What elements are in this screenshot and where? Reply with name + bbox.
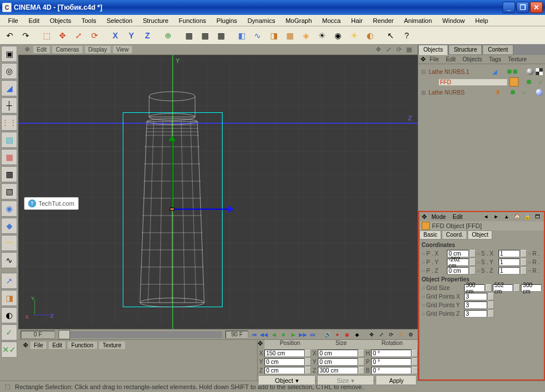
x-axis-button[interactable]: X <box>108 28 123 43</box>
object-axis-button[interactable]: ┼ <box>1 97 17 113</box>
modelling-layout-button[interactable]: ◐ <box>1 307 17 323</box>
rotation-field[interactable]: 0 ° <box>371 350 411 357</box>
spline-button[interactable]: ∿ <box>250 28 265 43</box>
material-edit-menu[interactable]: Edit <box>49 342 65 349</box>
y-axis-button[interactable]: Y <box>124 28 139 43</box>
rotation-field[interactable]: 0 ° <box>371 367 411 374</box>
record-button[interactable]: ● <box>333 331 342 339</box>
material-handle-icon[interactable]: ✥ <box>23 342 28 349</box>
objects-tags-menu[interactable]: Tags <box>486 56 504 63</box>
spinner[interactable] <box>412 350 418 357</box>
polygon-mode-button[interactable]: ▦ <box>1 149 17 165</box>
spinner[interactable] <box>521 267 527 275</box>
key-button[interactable]: ◆ <box>352 331 361 339</box>
spinner[interactable] <box>470 250 476 257</box>
spinner[interactable] <box>412 367 418 374</box>
z-axis-button[interactable]: Z <box>140 28 155 43</box>
next-keyframe-button[interactable]: ▶▶ <box>298 331 307 339</box>
view-display-menu[interactable]: Display <box>85 46 111 53</box>
spinner[interactable] <box>488 293 494 300</box>
tag-phong-icon[interactable] <box>536 89 543 96</box>
view-layout-icon[interactable]: ▦ <box>405 46 413 54</box>
spinner[interactable] <box>305 367 311 374</box>
attr-fwd-button[interactable]: ► <box>492 213 500 221</box>
view-cameras-menu[interactable]: Cameras <box>52 46 83 53</box>
tab-coord[interactable]: Coord. <box>442 230 467 240</box>
gizmo-z-arrow[interactable] <box>172 209 229 210</box>
tab-object[interactable]: Object <box>468 230 492 240</box>
point-mode-button[interactable]: ⋮⋮ <box>1 115 17 131</box>
grid-points-field[interactable]: 3 <box>464 293 487 300</box>
size-field[interactable]: 0 cm <box>318 358 358 366</box>
model-tool-button[interactable]: ◎ <box>1 63 17 79</box>
gizmo-origin-handle[interactable] <box>170 207 174 211</box>
prim-layout-button[interactable]: ◨ <box>1 290 17 306</box>
menu-window[interactable]: Window <box>438 16 469 25</box>
undo-button[interactable]: ↶ <box>2 28 17 43</box>
select-tool[interactable]: ⬚ <box>39 28 54 43</box>
array-button[interactable]: ▦ <box>282 28 297 43</box>
tree-row-lathe-nurbs-1[interactable]: ⊟ Lathe NURBS.1 ◢ <box>421 66 543 77</box>
objects-edit-menu[interactable]: Edit <box>443 56 458 63</box>
spinner[interactable] <box>488 310 494 317</box>
render-settings-button[interactable]: ▦ <box>213 28 228 43</box>
tree-row-ffd[interactable]: FFD ✓ <box>421 77 543 87</box>
menu-mograph[interactable]: MoGraph <box>281 16 317 25</box>
spinner[interactable] <box>359 350 364 357</box>
menu-edit[interactable]: Edit <box>24 16 44 25</box>
param-key-button[interactable]: P <box>396 331 406 339</box>
menu-hair[interactable]: Hair <box>347 16 367 25</box>
redo-button[interactable]: ↷ <box>18 28 33 43</box>
gizmo-y-arrow[interactable] <box>172 140 173 209</box>
pos-field[interactable]: 0 cm <box>447 267 469 275</box>
tag-phong-icon[interactable] <box>527 68 534 75</box>
render-button[interactable]: ▦ <box>197 28 212 43</box>
spinner[interactable] <box>359 367 364 374</box>
tab-basic[interactable]: Basic <box>419 230 441 240</box>
menu-dynamics[interactable]: Dynamics <box>243 16 279 25</box>
menu-functions[interactable]: Functions <box>174 16 211 25</box>
spinner[interactable] <box>486 284 492 292</box>
attr-back-button[interactable]: ◄ <box>482 213 490 221</box>
tab-objects[interactable]: Objects <box>418 45 448 55</box>
options-button[interactable]: ⚙ <box>406 331 415 339</box>
play-back-button[interactable]: ◀ <box>269 331 278 339</box>
environment-button[interactable]: ☀ <box>314 28 329 43</box>
menu-file[interactable]: File <box>3 16 23 25</box>
grid-points-field[interactable]: 3 <box>464 301 487 309</box>
objects-objects-menu[interactable]: Objects <box>460 56 485 63</box>
coord-handle-icon[interactable]: ✥ <box>258 340 264 349</box>
pos-field[interactable]: -262 cm <box>447 258 469 266</box>
render-view-button[interactable]: ▦ <box>181 28 196 43</box>
primitive-cube-button[interactable]: ◧ <box>234 28 249 43</box>
nurbs-button[interactable]: ◨ <box>266 28 281 43</box>
menu-help[interactable]: Help <box>470 16 493 25</box>
size-field[interactable]: 0 cm <box>318 350 358 357</box>
magnet-tool-button[interactable]: ∿ <box>1 252 17 268</box>
prev-keyframe-button[interactable]: ◀◀ <box>259 331 268 339</box>
attr-lock-button[interactable]: 🔒 <box>523 213 531 221</box>
tree-label[interactable]: Lathe NURBS.1 <box>429 69 488 75</box>
menu-plugins[interactable]: Plugins <box>212 16 242 25</box>
menu-animation[interactable]: Animation <box>399 16 437 25</box>
stop-button[interactable]: ■ <box>279 331 288 339</box>
spinner[interactable] <box>305 350 311 357</box>
default-layout-button[interactable]: ↗ <box>1 273 17 289</box>
menu-mocca[interactable]: Mocca <box>318 16 345 25</box>
material-texture-menu[interactable]: Texture <box>99 342 125 349</box>
path-tool-button[interactable]: 〰 <box>1 235 17 251</box>
autokey-button[interactable]: ◉ <box>342 331 352 339</box>
pointer-button[interactable]: ↖ <box>383 28 398 43</box>
spinner[interactable] <box>521 250 527 257</box>
menu-tools[interactable]: Tools <box>77 16 101 25</box>
axis-tool-button[interactable]: ◢ <box>1 80 17 96</box>
spinner[interactable] <box>514 284 520 292</box>
grid-points-field[interactable]: 3 <box>464 310 487 317</box>
texture-axis-button[interactable]: ▧ <box>1 183 17 199</box>
view-rotate-icon[interactable]: ⟳ <box>395 46 403 54</box>
view-zoom-icon[interactable]: ⤢ <box>384 46 392 54</box>
tree-label[interactable]: Lathe NURBS <box>429 89 491 96</box>
expand-toggle[interactable]: ⊞ <box>421 89 426 96</box>
pos-key-button[interactable]: ✥ <box>367 331 376 339</box>
close-button[interactable]: ✕ <box>530 2 543 13</box>
